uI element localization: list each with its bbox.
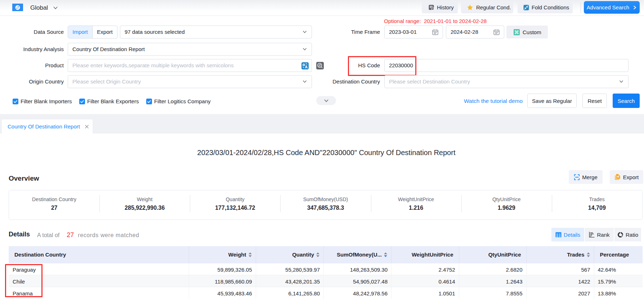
svg-text:A: A bbox=[305, 65, 308, 69]
